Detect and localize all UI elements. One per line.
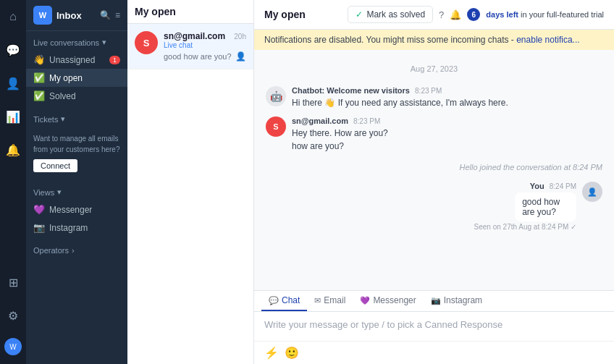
sidebar-header: W Inbox 🔍 ≡ [26, 0, 127, 31]
chat-input-area: 💬 Chat ✉ Email 💜 Messenger 📷 Instagram W… [254, 290, 614, 364]
date-divider: Aug 27, 2023 [266, 64, 602, 73]
conversation-preview: good how are you? 👤 [164, 51, 246, 62]
chevron-down-icon-views: ▾ [57, 187, 62, 197]
sidebar-item-myopen[interactable]: ✅ My open [26, 69, 127, 87]
message-row-bot: 🤖 Chatbot: Welcome new visitors 8:23 PM … [266, 86, 602, 109]
live-conversations-section: Live conversations ▾ 👋 Unassigned 1 ✅ My… [26, 31, 127, 108]
input-toolbar: ⚡ 🙂 [254, 341, 614, 364]
unassigned-badge: 1 [109, 56, 120, 64]
email-tab-icon: ✉ [314, 296, 321, 305]
help-icon[interactable]: ? [439, 9, 444, 20]
user-message-header: sn@gmail.com 8:23 PM [292, 117, 602, 125]
icon-rail-home[interactable]: ⌂ [0, 6, 26, 27]
chat-header: My open ✓ Mark as solved ? 🔔 6 days left… [254, 0, 614, 30]
icon-rail-notifications[interactable]: 🔔 [0, 139, 26, 161]
chat-tab-label: Chat [282, 295, 300, 305]
chat-header-title: My open [264, 9, 342, 20]
icon-rail-chat[interactable]: 💬 [0, 39, 26, 61]
you-sender: You [530, 182, 544, 190]
tickets-header[interactable]: Tickets ▾ [26, 111, 127, 127]
message-input[interactable]: Write your message or type / to pick a C… [254, 312, 614, 341]
main-sidebar: W Inbox 🔍 ≡ Live conversations ▾ 👋 Unass… [26, 0, 127, 364]
live-conversations-header[interactable]: Live conversations ▾ [26, 34, 127, 51]
live-conversations-label: Live conversations [33, 38, 99, 47]
operators-header[interactable]: Operators › [26, 242, 127, 258]
tab-messenger[interactable]: 💜 Messenger [353, 291, 423, 311]
user-message-text: Hey there. How are you?how are you? [292, 127, 602, 153]
messenger-icon: 💜 [33, 204, 45, 215]
bot-avatar: 🤖 [266, 86, 286, 106]
user-message-content: sn@gmail.com 8:23 PM Hey there. How are … [292, 117, 602, 153]
sidebar-header-icons: 🔍 ≡ [100, 10, 120, 20]
bot-message-header: Chatbot: Welcome new visitors 8:23 PM [292, 86, 602, 95]
icon-rail-reports[interactable]: 📊 [0, 106, 26, 127]
connect-button[interactable]: Connect [33, 159, 77, 172]
messenger-tab-label: Messenger [373, 295, 416, 305]
message-placeholder: Write your message or type / to pick a C… [264, 319, 502, 330]
sidebar-item-messenger[interactable]: 💜 Messenger [26, 200, 127, 219]
trial-days-badge: 6 [467, 8, 480, 21]
instagram-tab-icon: 📷 [431, 296, 441, 305]
icon-rail-avatar[interactable]: W [4, 338, 22, 355]
user-sender-name: sn@gmail.com [292, 117, 348, 125]
bot-sender-name: Chatbot: Welcome new visitors [292, 86, 410, 95]
trial-text: days left in your full-featured trial [486, 10, 604, 19]
system-message: Hello joined the conversation at 8:24 PM [266, 160, 602, 174]
messenger-tab-icon: 💜 [360, 296, 370, 305]
sidebar-item-instagram[interactable]: 📷 Instagram [26, 219, 127, 237]
lightning-icon[interactable]: ⚡ [264, 346, 279, 360]
agent-icon: 👤 [235, 51, 246, 62]
mark-solved-label: Mark as solved [366, 9, 425, 20]
tickets-section: Tickets ▾ Want to manage all emails from… [26, 108, 127, 181]
tab-chat[interactable]: 💬 Chat [261, 291, 307, 311]
trial-suffix: in your full-featured trial [521, 10, 604, 19]
solved-label: Solved [49, 91, 76, 101]
agent-avatar: 👤 [582, 182, 602, 202]
solved-icon: ✅ [33, 90, 45, 101]
sidebar-item-unassigned[interactable]: 👋 Unassigned 1 [26, 51, 127, 69]
instagram-tab-label: Instagram [444, 295, 482, 305]
views-header[interactable]: Views ▾ [26, 184, 127, 200]
user-avatar: S [266, 117, 286, 137]
notification-bar: Notifications are disabled. You might mi… [254, 30, 614, 50]
logo: W [33, 6, 52, 25]
conversation-avatar: S [135, 31, 158, 54]
chat-area: My open ✓ Mark as solved ? 🔔 6 days left… [254, 0, 614, 364]
icon-rail-settings[interactable]: ⚙ [0, 305, 26, 326]
emoji-icon[interactable]: 🙂 [285, 346, 299, 360]
icon-rail-grid[interactable]: ⊞ [0, 271, 26, 293]
trial-highlight: days left [486, 10, 518, 19]
sidebar-item-solved[interactable]: ✅ Solved [26, 87, 127, 105]
messenger-label: Messenger [49, 205, 92, 215]
enable-notifications-link[interactable]: enable notifica... [516, 35, 579, 45]
sidebar-title: Inbox [56, 10, 82, 21]
conversation-info: sn@gmail.com 20h Live chat good how are … [164, 31, 246, 62]
conversation-time: 20h [234, 33, 246, 41]
you-time: 8:24 PM [550, 182, 576, 190]
check-icon: ✓ [356, 9, 363, 20]
user-message-time: 8:23 PM [353, 117, 380, 125]
chat-messages: Aug 27, 2023 🤖 Chatbot: Welcome new visi… [254, 50, 614, 290]
tickets-description: Want to manage all emails from your cust… [33, 133, 120, 155]
message-row-you: 👤 You 8:24 PM good how are you? Seen on … [266, 182, 602, 231]
views-section: Views ▾ 💜 Messenger 📷 Instagram [26, 181, 127, 240]
conversation-list-title: My open [135, 6, 176, 17]
filter-icon[interactable]: ≡ [115, 10, 120, 20]
mark-solved-button[interactable]: ✓ Mark as solved [348, 6, 433, 23]
bell-icon[interactable]: 🔔 [450, 9, 461, 20]
conversation-item[interactable]: S sn@gmail.com 20h Live chat good how ar… [127, 24, 253, 69]
you-message-text: good how are you? [515, 192, 576, 221]
bot-message-content: Chatbot: Welcome new visitors 8:23 PM Hi… [292, 86, 602, 109]
operators-label: Operators [33, 246, 69, 255]
tickets-description-box: Want to manage all emails from your cust… [26, 127, 127, 178]
icon-rail: ⌂ 💬 👤 📊 🔔 ⊞ ⚙ W [0, 0, 26, 364]
icon-rail-contacts[interactable]: 👤 [0, 72, 26, 94]
tab-email[interactable]: ✉ Email [307, 291, 353, 311]
conversation-contact-name: sn@gmail.com [164, 31, 225, 41]
instagram-icon: 📷 [33, 222, 45, 233]
search-icon[interactable]: 🔍 [100, 10, 111, 20]
tab-instagram[interactable]: 📷 Instagram [424, 291, 489, 311]
tickets-label: Tickets [33, 115, 58, 124]
conversation-list-header: My open [127, 0, 253, 24]
myopen-label: My open [49, 73, 83, 83]
